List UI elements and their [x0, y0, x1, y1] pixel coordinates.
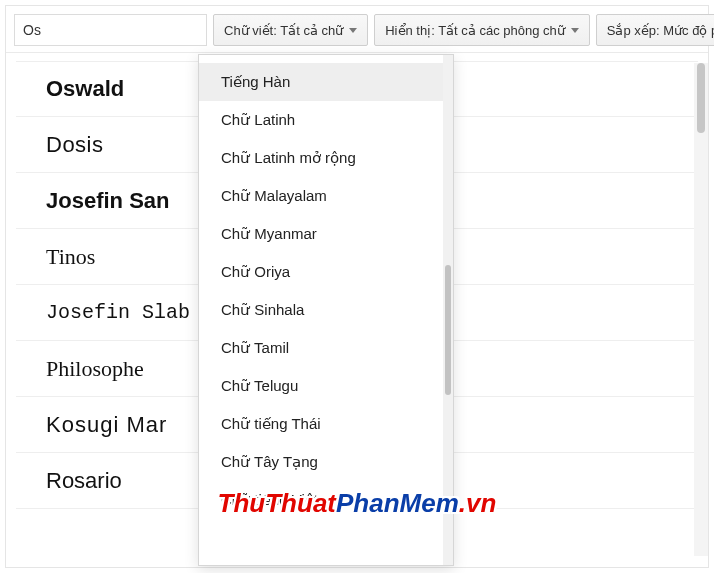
search-input[interactable] [14, 14, 207, 46]
dropdown-scrollbar-thumb[interactable] [445, 265, 451, 395]
script-option[interactable]: Tiếng Hàn [199, 63, 443, 101]
dropdown-scrollbar[interactable] [443, 55, 453, 565]
script-option[interactable]: Chữ Tây Tạng [199, 443, 443, 481]
script-option-list: Tiếng HànChữ LatinhChữ Latinh mở rộngChữ… [199, 55, 443, 565]
script-option[interactable]: Chữ Latinh [199, 101, 443, 139]
font-list-scrollbar[interactable] [694, 63, 708, 556]
script-option[interactable]: Chữ tiếng Thái [199, 405, 443, 443]
font-name: Dosis [46, 132, 104, 158]
font-list-scrollbar-thumb[interactable] [697, 63, 705, 133]
script-dropdown-label: Chữ viết: Tất cả chữ [224, 23, 343, 38]
script-option[interactable]: Chữ Latinh mở rộng [199, 139, 443, 177]
font-name: Tinos [46, 244, 95, 270]
chevron-down-icon [349, 28, 357, 33]
script-dropdown[interactable]: Chữ viết: Tất cả chữ [213, 14, 368, 46]
font-name: Oswald [46, 76, 124, 102]
script-option[interactable]: Chữ Telugu [199, 367, 443, 405]
script-option[interactable]: Chữ Sinhala [199, 291, 443, 329]
script-option[interactable]: Chữ Oriya [199, 253, 443, 291]
script-dropdown-panel: Tiếng HànChữ LatinhChữ Latinh mở rộngChữ… [198, 54, 454, 566]
toolbar: Chữ viết: Tất cả chữ Hiển thị: Tất cả cá… [6, 6, 708, 53]
font-name: Kosugi Mar [46, 412, 167, 438]
chevron-down-icon [571, 28, 579, 33]
script-option[interactable]: Chữ Malayalam [199, 177, 443, 215]
script-option[interactable]: Chữ Tamil [199, 329, 443, 367]
script-option[interactable]: Chữ tiếng Việt [199, 481, 443, 519]
font-name: Josefin Slab [46, 301, 190, 324]
app-window: Chữ viết: Tất cả chữ Hiển thị: Tất cả cá… [5, 5, 709, 568]
font-name: Josefin San [46, 188, 169, 214]
font-name: Philosophe [46, 356, 144, 382]
display-dropdown-label: Hiển thị: Tất cả các phông chữ [385, 23, 565, 38]
script-option[interactable]: Chữ Myanmar [199, 215, 443, 253]
sort-dropdown[interactable]: Sắp xếp: Mức độ phổ biến [596, 14, 714, 46]
display-dropdown[interactable]: Hiển thị: Tất cả các phông chữ [374, 14, 590, 46]
sort-dropdown-label: Sắp xếp: Mức độ phổ biến [607, 23, 714, 38]
font-name: Rosario [46, 468, 122, 494]
